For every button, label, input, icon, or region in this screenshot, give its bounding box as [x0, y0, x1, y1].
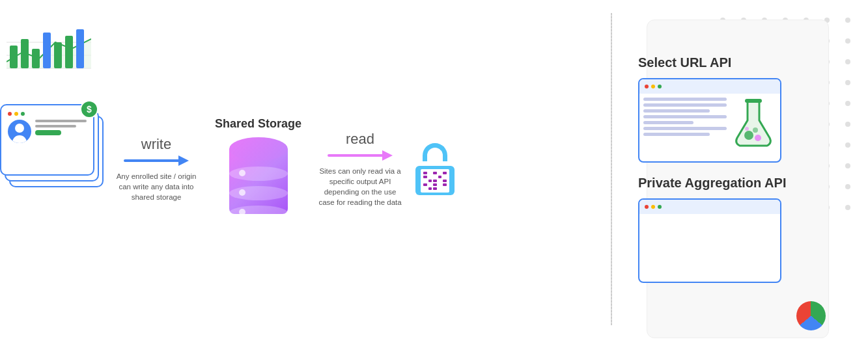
- section-divider: [611, 13, 612, 325]
- browser-dot-yellow: [651, 85, 655, 88]
- write-arrow: [124, 155, 189, 166]
- right-section: Select URL API: [625, 49, 833, 289]
- select-url-api-title: Select URL API: [638, 55, 731, 70]
- card-header-dots: [8, 112, 87, 116]
- dot-yellow: [14, 112, 18, 116]
- lock-shackle: [423, 143, 447, 161]
- cylinder-band-2: [229, 186, 288, 200]
- lock-section: [412, 143, 458, 195]
- read-label: read: [346, 131, 374, 148]
- storage-cylinder: [229, 137, 288, 222]
- read-description: Sites can only read via a specific outpu…: [318, 166, 402, 207]
- chart-browser-dot-red: [645, 205, 649, 209]
- browser-dot-green: [658, 85, 662, 88]
- chart-browser-dot-green: [658, 205, 662, 209]
- browser-line-4: [643, 115, 727, 118]
- dollar-badge: $: [80, 100, 98, 118]
- write-section: write Any enrolled site / origin can wri…: [114, 136, 199, 202]
- chart-browser-bar: [639, 200, 780, 214]
- browser-line-5: [643, 121, 693, 124]
- private-aggregation-api-card: Private Aggregation API: [638, 176, 820, 283]
- cylinder-dot-3: [239, 209, 245, 215]
- chart-content: [639, 214, 780, 282]
- write-label: write: [141, 136, 171, 153]
- cylinder-band-3: [229, 206, 288, 220]
- svg-point-1: [744, 131, 753, 140]
- card-line-1: [35, 120, 87, 122]
- svg-point-3: [753, 127, 758, 133]
- browser-line-3: [643, 109, 710, 113]
- private-aggregation-api-title: Private Aggregation API: [638, 176, 786, 191]
- diagram-section: $: [0, 91, 598, 247]
- browser-line-2: [643, 103, 727, 107]
- svg-rect-0: [745, 99, 762, 103]
- chart-browser-dot-yellow: [651, 205, 655, 209]
- flask-icon: [731, 98, 776, 153]
- svg-point-2: [755, 135, 761, 141]
- browser-line-7: [643, 133, 710, 136]
- site-card-front: $: [0, 104, 94, 176]
- cylinder-top: [229, 137, 288, 161]
- shared-storage-section: Shared Storage: [215, 117, 301, 222]
- dot-green: [21, 112, 25, 116]
- select-url-api-card: Select URL API: [638, 55, 820, 163]
- shared-storage-label: Shared Storage: [215, 117, 301, 131]
- cylinder-dot-1: [239, 170, 245, 176]
- avatar-icon: [8, 120, 31, 143]
- card-lines: [35, 120, 87, 135]
- select-url-api-browser: [638, 78, 781, 163]
- read-arrow: [328, 150, 393, 161]
- lock-body: [415, 166, 455, 195]
- read-section: read Sites can only read via a specific …: [318, 131, 402, 207]
- browser-text-area: [643, 98, 727, 157]
- browser-line-6: [643, 127, 727, 130]
- card-line-button: [35, 130, 61, 135]
- browser-content: [639, 94, 780, 161]
- browser-bar-top: [639, 79, 780, 94]
- lock-icon: [412, 143, 458, 195]
- cylinder-dot-2: [239, 189, 245, 196]
- dot-red: [8, 112, 12, 116]
- private-aggregation-api-browser: [638, 198, 781, 283]
- svg-point-4: [745, 127, 749, 131]
- site-cards: $: [0, 104, 104, 234]
- browser-dot-red: [645, 85, 649, 88]
- write-description: Any enrolled site / origin can write any…: [114, 171, 199, 202]
- browser-line-1: [643, 98, 727, 101]
- card-line-2: [35, 125, 76, 127]
- cylinder-band-1: [229, 167, 288, 181]
